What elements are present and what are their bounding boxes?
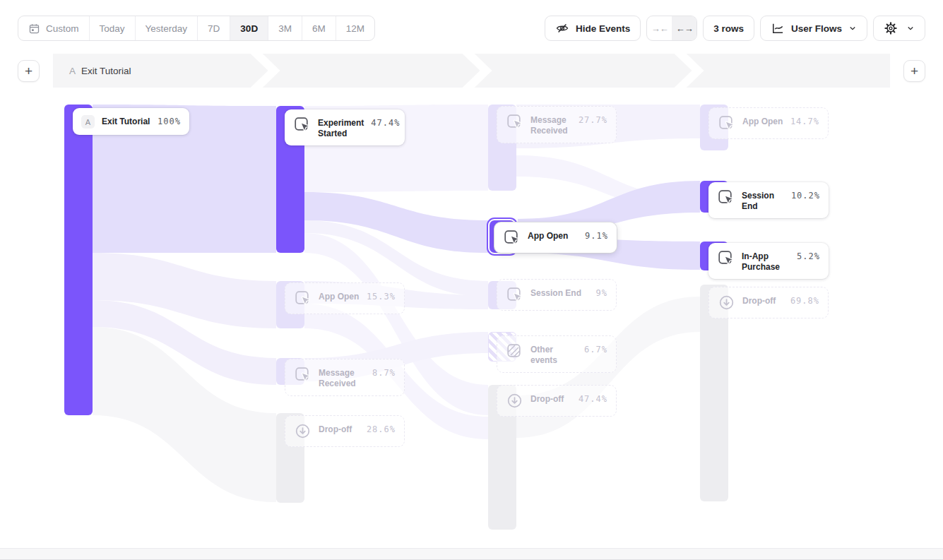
event-icon	[506, 113, 523, 131]
hide-events-button[interactable]: Hide Events	[545, 16, 641, 41]
node-label: Session End	[530, 286, 581, 299]
node-card-in-app-purchase-4[interactable]: In-App Purchase 5.2%	[708, 243, 829, 279]
flow-step-label: A Exit Tutorial	[69, 54, 131, 88]
flow-step-band[interactable]: A Exit Tutorial	[53, 54, 890, 88]
node-label: Drop-off	[530, 392, 564, 405]
date-range-group: Custom Today Yesterday 7D 30D 3M 6M 12M	[18, 16, 375, 41]
node-card-message-received-2[interactable]: Message Received 8.7%	[285, 359, 405, 396]
event-icon	[718, 114, 735, 132]
node-label: Other events	[530, 342, 577, 366]
event-icon	[717, 249, 735, 267]
node-card-other-events-3[interactable]: Other events 6.7%	[497, 335, 617, 373]
event-icon	[294, 366, 312, 383]
column-separator-chevron	[670, 54, 705, 88]
node-label: App Open	[528, 229, 568, 242]
expand-arrows-icon: ←→	[676, 23, 693, 34]
event-icon	[293, 116, 311, 133]
expand-columns-button[interactable]: ←→	[672, 16, 696, 40]
node-label: Exit Tutorial	[102, 114, 150, 127]
calendar-icon	[28, 23, 40, 35]
date-range-12m[interactable]: 12M	[336, 16, 374, 40]
drop-off-icon	[506, 392, 523, 410]
node-card-drop-off-3[interactable]: Drop-off 47.4%	[497, 385, 617, 417]
column-separator-chevron	[246, 54, 281, 88]
date-range-7d[interactable]: 7D	[198, 16, 230, 40]
date-range-3m[interactable]: 3M	[268, 16, 302, 40]
hide-events-label: Hide Events	[576, 23, 630, 34]
node-percent: 6.7%	[584, 342, 607, 355]
node-card-message-received-3[interactable]: Message Received 27.7%	[497, 106, 617, 143]
event-icon	[717, 189, 735, 206]
date-range-label: Custom	[46, 23, 79, 34]
drop-off-icon	[718, 294, 735, 311]
eye-off-icon	[555, 21, 569, 35]
node-label: Drop-off	[742, 294, 776, 306]
flow-step-name: Exit Tutorial	[81, 66, 131, 76]
node-label: App Open	[319, 290, 359, 302]
node-card-session-end-4[interactable]: Session End 10.2%	[708, 182, 829, 218]
footer-bar	[0, 548, 943, 560]
chevron-down-icon	[906, 24, 915, 32]
event-icon	[503, 229, 521, 246]
date-range-custom[interactable]: Custom	[18, 16, 90, 40]
node-card-app-open-3[interactable]: App Open 9.1%	[494, 222, 617, 253]
toolbar: Custom Today Yesterday 7D 30D 3M 6M 12M …	[18, 16, 925, 41]
view-selector-label: User Flows	[791, 23, 842, 34]
node-percent: 15.3%	[367, 290, 396, 302]
node-percent: 100%	[158, 114, 181, 126]
node-percent: 9.1%	[585, 229, 608, 241]
node-percent: 28.6%	[367, 422, 396, 434]
event-icon	[294, 290, 312, 307]
node-label: App Open	[742, 114, 783, 127]
node-label: Experiment Started	[318, 116, 364, 139]
user-flows-chart-icon	[771, 21, 785, 35]
toolbar-right-group: Hide Events →← ←→ 3 rows User Flows	[545, 16, 925, 41]
column-separator-chevron	[458, 54, 493, 88]
node-label: Drop-off	[319, 422, 352, 435]
collapse-arrows-icon: →←	[651, 23, 668, 34]
add-step-start-button[interactable]: +	[18, 60, 40, 82]
node-percent: 69.8%	[790, 294, 819, 306]
node-percent: 9%	[596, 286, 607, 298]
node-percent: 10.2%	[791, 189, 820, 201]
node-percent: 27.7%	[579, 113, 607, 125]
date-range-6m[interactable]: 6M	[302, 16, 336, 40]
chevron-down-icon	[848, 24, 857, 32]
node-card-app-open-2[interactable]: App Open 15.3%	[285, 282, 405, 314]
node-label: Session End	[742, 189, 784, 212]
flow-step-letter: A	[69, 66, 76, 76]
node-card-app-open-4[interactable]: App Open 14.7%	[708, 107, 829, 139]
column-width-toggle: →← ←→	[646, 16, 697, 41]
node-percent: 5.2%	[797, 249, 820, 261]
node-card-experiment-started[interactable]: Experiment Started 47.4%	[285, 109, 405, 145]
gear-icon	[884, 21, 898, 35]
event-icon	[506, 286, 523, 304]
node-percent: 8.7%	[372, 366, 396, 378]
node-percent: 47.4%	[579, 392, 607, 404]
rows-label: 3 rows	[713, 23, 744, 34]
step-letter-badge: A	[81, 115, 95, 129]
node-label: Message Received	[530, 113, 571, 136]
date-range-30d[interactable]: 30D	[230, 16, 268, 40]
add-step-end-button[interactable]: +	[903, 60, 925, 82]
date-range-yesterday[interactable]: Yesterday	[136, 16, 198, 40]
node-card-session-end-3[interactable]: Session End 9%	[497, 279, 617, 311]
node-card-drop-off-4[interactable]: Drop-off 69.8%	[708, 287, 829, 318]
node-label: Message Received	[319, 366, 365, 389]
date-range-today[interactable]: Today	[90, 16, 136, 40]
rows-button[interactable]: 3 rows	[703, 16, 754, 41]
node-bar-exit-tutorial[interactable]	[64, 105, 93, 415]
node-percent: 14.7%	[790, 114, 819, 126]
node-label: In-App Purchase	[742, 249, 790, 273]
node-card-exit-tutorial[interactable]: A Exit Tutorial 100%	[73, 108, 189, 135]
node-card-drop-off-2[interactable]: Drop-off 28.6%	[285, 415, 405, 447]
collapse-columns-button[interactable]: →←	[647, 16, 672, 40]
settings-button[interactable]	[873, 16, 925, 41]
drop-off-icon	[294, 422, 312, 440]
node-percent: 47.4%	[371, 116, 400, 128]
view-selector-button[interactable]: User Flows	[760, 16, 867, 41]
other-events-icon	[506, 342, 523, 360]
